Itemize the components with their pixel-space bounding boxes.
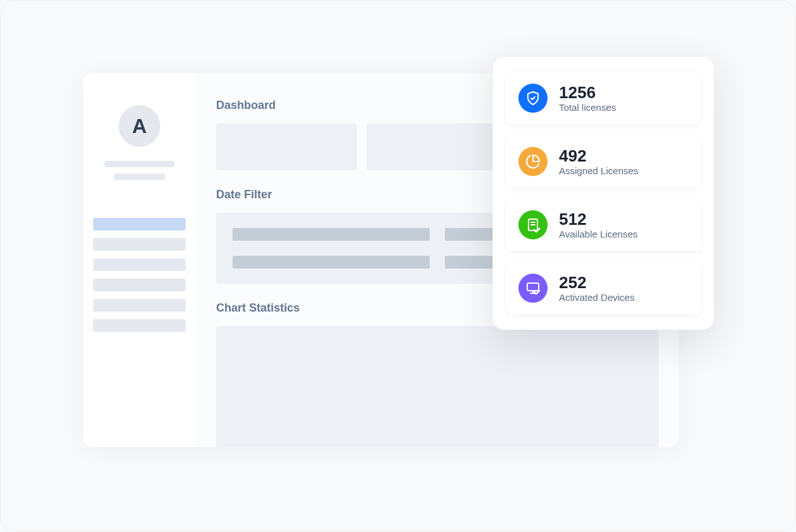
stat-card-assigned-licenses[interactable]: 492 Assigned Licenses [506, 136, 701, 187]
avatar-initial: A [132, 115, 146, 138]
filter-input-placeholder[interactable] [233, 256, 430, 269]
stat-label: Assigned Licenses [559, 165, 638, 176]
avatar[interactable]: A [119, 105, 160, 147]
stat-card-available-licenses[interactable]: 512 Available Licenses [506, 199, 701, 251]
monitor-check-icon [518, 274, 548, 303]
stat-card-total-licenses[interactable]: 1256 Total licenses [506, 72, 701, 124]
dashboard-tile[interactable] [216, 124, 357, 170]
sidebar-name-placeholder [105, 161, 174, 167]
stat-label: Available Licenses [559, 229, 638, 239]
nav-item-active[interactable] [93, 218, 186, 231]
nav-item[interactable] [93, 279, 186, 291]
stat-label: Activated Devices [559, 292, 634, 303]
chart-placeholder [216, 326, 658, 447]
stat-text: 492 Assigned Licenses [559, 147, 638, 176]
stat-card-activated-devices[interactable]: 252 Activated Devices [506, 262, 701, 314]
stat-value: 252 [559, 274, 634, 292]
nav-item[interactable] [93, 238, 186, 251]
stat-value: 1256 [559, 84, 616, 102]
page-frame: A Dashboard Date Filter [0, 0, 796, 532]
stats-panel: 1256 Total licenses 492 Assigned License… [492, 56, 714, 330]
dashboard-tile[interactable] [367, 124, 508, 170]
document-check-icon [518, 210, 548, 239]
stat-label: Total licenses [559, 102, 616, 113]
sidebar-subtitle-placeholder [114, 174, 165, 180]
sidebar-nav [93, 218, 186, 332]
stat-value: 492 [559, 147, 638, 165]
svg-rect-3 [527, 283, 539, 291]
nav-item[interactable] [93, 299, 186, 312]
sidebar: A [83, 73, 196, 447]
filter-input-placeholder[interactable] [233, 228, 430, 241]
nav-item[interactable] [93, 258, 186, 271]
shield-check-icon [518, 84, 548, 113]
stat-value: 512 [559, 210, 638, 229]
stat-text: 252 Activated Devices [559, 274, 634, 303]
stat-text: 1256 Total licenses [559, 84, 616, 113]
pie-chart-icon [518, 147, 548, 176]
stat-text: 512 Available Licenses [559, 210, 638, 239]
nav-item[interactable] [93, 319, 186, 332]
